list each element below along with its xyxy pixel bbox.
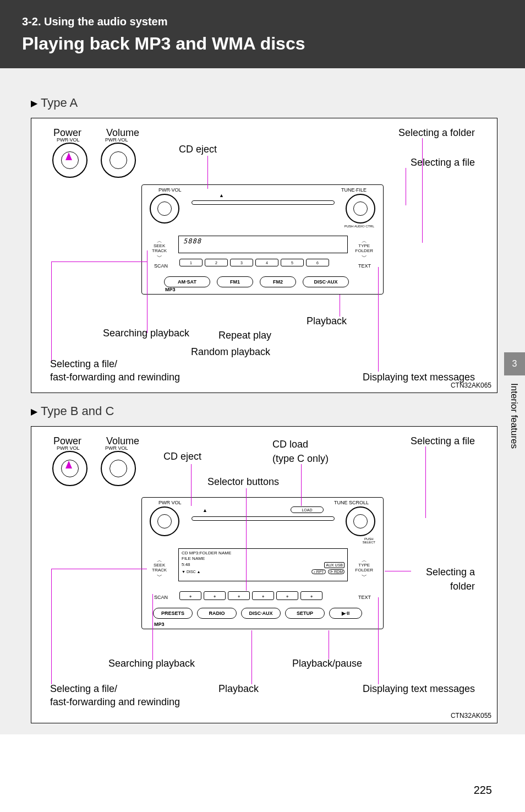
label-selector: Selector buttons bbox=[207, 476, 279, 488]
eject-icon-b: ▲ bbox=[203, 508, 207, 513]
label-searching: Searching playback bbox=[103, 328, 189, 339]
triangle-icon: ▶ bbox=[31, 406, 37, 417]
side-tab: 3 Interior features bbox=[504, 352, 525, 495]
diagram-type-bc: Power Volume CD eject CD load (type C on… bbox=[31, 426, 497, 723]
type-a-heading: ▶ Type A bbox=[31, 96, 497, 110]
right-knob-b bbox=[346, 506, 375, 536]
dot-1: ∘ bbox=[179, 591, 201, 600]
label-random: Random playback bbox=[191, 346, 270, 358]
number-buttons: 1 2 3 4 5 6 bbox=[179, 259, 329, 266]
disp-line2: FILE NAME bbox=[182, 556, 344, 562]
type-folder-b: ︿ TYPE FOLDER ﹀ bbox=[356, 557, 373, 579]
section-label: 3-2. Using the audio system bbox=[22, 15, 503, 28]
pwr-vol-small-b: PWR VOL bbox=[57, 445, 80, 451]
label-select-file: Selecting a file bbox=[411, 157, 475, 168]
radio-unit-bc: PWR VOL TUNE SCROLL ▲ LOAD PUSH SELECT ︿… bbox=[141, 497, 384, 629]
label-playback-b: Playback bbox=[218, 683, 259, 695]
unit-pwr-vol-b: PWR VOL bbox=[158, 500, 182, 505]
type-a-label: Type A bbox=[41, 96, 78, 110]
fm2-btn: FM2 bbox=[260, 276, 296, 287]
leader bbox=[406, 168, 406, 205]
diagram-type-a: Power Volume CD eject Selecting a folder… bbox=[31, 118, 497, 393]
disc-label: DISC bbox=[187, 570, 196, 574]
presets-btn: PRESETS bbox=[153, 608, 193, 619]
label-select-file-ff1: Selecting a file/ bbox=[50, 358, 117, 370]
disp-aux-usb: AUX USB bbox=[324, 562, 344, 568]
radio-unit-a: PWR·VOL TUNE·FILE ▲ PUSH AUDIO CTRL ︿ SE… bbox=[141, 184, 384, 295]
dot-5: ∘ bbox=[276, 591, 298, 600]
leader bbox=[340, 295, 340, 317]
pwr-vol-small-b2: PWR VOL bbox=[105, 445, 128, 451]
unit-tune-file: TUNE·FILE bbox=[341, 187, 367, 193]
cd-code-a: CTN32AK065 bbox=[451, 382, 491, 389]
triangle-icon: ▶ bbox=[31, 98, 37, 108]
power-knob-icon-b bbox=[52, 451, 88, 486]
rpt-badge: ♪ RPT bbox=[311, 569, 325, 574]
page-header: 3-2. Using the audio system Playing back… bbox=[0, 0, 525, 68]
content-area: ▶ Type A Power Volume CD eject Selecting… bbox=[0, 68, 525, 734]
label-folder-b2: folder bbox=[450, 581, 475, 592]
leader bbox=[251, 630, 252, 684]
dot-3: ∘ bbox=[228, 591, 250, 600]
mode-buttons-b: PRESETS RADIO DISC·AUX SETUP ▶·II bbox=[153, 608, 362, 619]
right-knob bbox=[346, 194, 375, 224]
btn-1: 1 bbox=[179, 259, 203, 266]
label-cd-load: CD load bbox=[272, 439, 308, 450]
cd-code-b: CTN32AK055 bbox=[451, 712, 491, 720]
leader bbox=[51, 261, 147, 262]
leader bbox=[422, 138, 423, 243]
leader bbox=[378, 267, 379, 372]
volume-knob-icon-b bbox=[101, 451, 136, 486]
leader bbox=[51, 569, 147, 569]
display-panel: 5888 bbox=[178, 236, 348, 253]
fm1-btn: FM1 bbox=[217, 276, 253, 287]
power-arrow-icon-b bbox=[65, 461, 72, 468]
type-folder: ︿ TYPE FOLDER ﹀ bbox=[356, 238, 373, 260]
display-panel-b: CD MP3:FOLDER NAME FILE NAME 5:48 AUX US… bbox=[178, 548, 348, 581]
leader bbox=[329, 630, 329, 659]
label-select-file-ff2: fast-forwarding and rewinding bbox=[50, 372, 180, 383]
mp3-label-b: MP3 bbox=[154, 622, 165, 627]
push-audio-ctrl: PUSH AUDIO CTRL bbox=[344, 225, 374, 228]
page-title: Playing back MP3 and WMA discs bbox=[22, 34, 503, 54]
power-arrow-icon bbox=[65, 152, 72, 160]
disc-aux-btn-b: DISC·AUX bbox=[241, 608, 281, 619]
mp3-label: MP3 bbox=[165, 287, 176, 292]
leader bbox=[378, 597, 379, 684]
load-btn: LOAD bbox=[291, 506, 324, 513]
radio-btn: RADIO bbox=[197, 608, 237, 619]
label-cd-eject: CD eject bbox=[179, 144, 217, 155]
disp-line3: 5:48 bbox=[182, 562, 190, 568]
leader bbox=[385, 571, 411, 571]
left-knob bbox=[150, 194, 179, 224]
label-folder-b1: Selecting a bbox=[426, 566, 475, 578]
label-playback: Playback bbox=[307, 315, 347, 327]
chapter-category: Interior features bbox=[504, 383, 519, 477]
display-digits: 5888 bbox=[183, 237, 201, 245]
seek-track: ︿ SEEK TRACK ﹀ bbox=[152, 238, 167, 260]
volume-knob-icon bbox=[101, 143, 136, 178]
leader bbox=[51, 569, 52, 684]
play-pause-btn: ▶·II bbox=[329, 608, 362, 619]
btn-2: 2 bbox=[205, 259, 228, 266]
type-bc-label: Type B and C bbox=[41, 404, 114, 418]
left-knob-b bbox=[150, 506, 179, 536]
dot-4: ∘ bbox=[252, 591, 274, 600]
setup-btn: SETUP bbox=[285, 608, 325, 619]
leader bbox=[191, 464, 192, 506]
cd-slot-b bbox=[192, 516, 335, 521]
leader bbox=[152, 594, 153, 660]
label-searching-b: Searching playback bbox=[108, 658, 195, 669]
leader bbox=[51, 261, 52, 361]
push-select: PUSH SELECT bbox=[363, 537, 375, 544]
label-select-file-ff-b1: Selecting a file/ bbox=[50, 683, 117, 695]
pwr-vol-small: PWR·VOL bbox=[57, 137, 80, 143]
leader bbox=[147, 250, 147, 333]
mode-buttons: AM·SAT FM1 FM2 DISC·AUX bbox=[164, 276, 349, 287]
chapter-number: 3 bbox=[504, 352, 525, 375]
leader bbox=[246, 488, 247, 591]
leader bbox=[301, 464, 302, 506]
label-display-text-b: Displaying text messages bbox=[363, 683, 475, 695]
btn-5: 5 bbox=[281, 259, 304, 266]
cd-slot bbox=[192, 200, 335, 205]
